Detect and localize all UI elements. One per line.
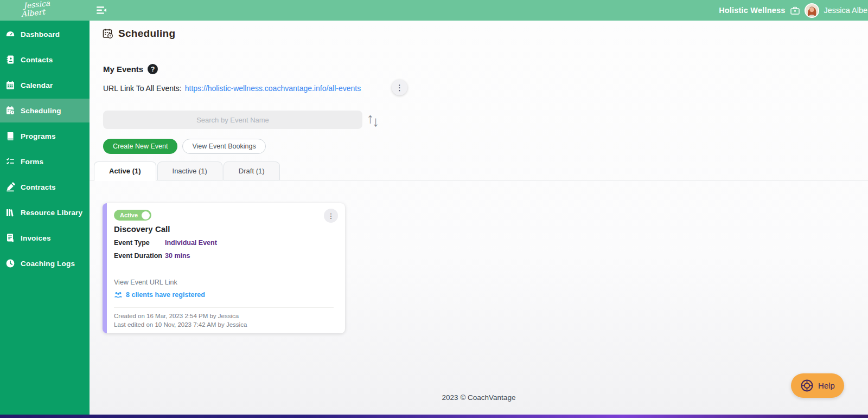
help-button-label: Help (818, 381, 835, 390)
sidebar-item-label: Coaching Logs (21, 260, 75, 268)
avatar-photo (806, 4, 818, 17)
app-root: Jessica Albert Holistic Wellness (0, 0, 868, 420)
book-icon (5, 131, 15, 141)
books-icon (5, 208, 15, 218)
workspace-name[interactable]: Holistic Wellness (719, 6, 785, 15)
sidebar-item-resource-library[interactable]: Resource Library (0, 201, 90, 224)
all-events-url-link[interactable]: https://holistic-wellness.coachvantage.i… (185, 84, 361, 93)
address-book-icon (5, 55, 15, 65)
clock-icon (5, 259, 15, 269)
event-card: Active ⋮ Discovery Call Event Type Indiv… (103, 203, 345, 333)
event-type-row: Event Type Individual Event (114, 239, 150, 247)
sidebar-nav: Dashboard Contacts Calendar Scheduling P (0, 21, 90, 415)
help-button[interactable]: Help (791, 373, 844, 398)
sidebar-item-calendar[interactable]: Calendar (0, 73, 90, 97)
event-type-value: Individual Event (165, 239, 217, 247)
all-events-url-row: URL Link To All Events: https://holistic… (103, 84, 361, 93)
card-divider (114, 307, 334, 308)
tab-inactive[interactable]: Inactive (1) (157, 161, 222, 180)
event-options-kebab-icon[interactable]: ⋮ (324, 209, 338, 223)
sidebar-item-label: Scheduling (21, 107, 61, 115)
hamburger-collapse-icon (96, 5, 108, 16)
created-on-text: Created on 16 Mar, 2023 2:54 PM by Jessi… (114, 313, 239, 319)
field-label: Event Duration (114, 252, 162, 260)
status-badge: Active (120, 212, 138, 218)
checklist-icon (5, 157, 15, 167)
scheduling-page-icon (103, 28, 113, 39)
gauge-icon (5, 29, 15, 40)
sidebar-item-label: Forms (21, 158, 43, 166)
search-row: ↑↓ (103, 111, 378, 129)
sidebar-item-contracts[interactable]: Contracts (0, 175, 90, 199)
footer-copyright: 2023 © CoachVantage (90, 393, 868, 402)
sort-down-icon: ↓ (372, 114, 378, 128)
tab-active[interactable]: Active (1) (94, 161, 156, 181)
sidebar-item-programs[interactable]: Programs (0, 124, 90, 148)
sort-up-icon: ↑ (367, 111, 372, 128)
registered-clients-text: 8 clients have registered (126, 291, 205, 299)
sidebar-item-label: Contacts (21, 56, 53, 64)
action-buttons-row: Create New Event View Event Bookings (103, 139, 266, 154)
sidebar-item-invoices[interactable]: Invoices (0, 226, 90, 250)
sidebar-item-forms[interactable]: Forms (0, 150, 90, 173)
briefcase-icon (790, 7, 800, 15)
sidebar-item-contacts[interactable]: Contacts (0, 48, 90, 72)
calendar-icon (5, 80, 15, 91)
sidebar-item-label: Resource Library (21, 209, 82, 217)
sidebar-item-scheduling[interactable]: Scheduling (0, 99, 90, 122)
logo-line-2: Albert (21, 7, 51, 18)
brand-logo[interactable]: Jessica Albert (23, 0, 52, 18)
top-bar: Jessica Albert Holistic Wellness (0, 0, 868, 21)
people-group-icon (114, 292, 123, 298)
sidebar-item-label: Invoices (21, 234, 51, 242)
user-name[interactable]: Jessica Albert (824, 6, 868, 15)
sidebar-item-label: Contracts (21, 183, 56, 191)
my-events-section-header: My Events ? (103, 64, 158, 74)
invoice-icon (5, 233, 15, 243)
event-search-input[interactable] (103, 111, 362, 129)
sidebar-collapse-icon[interactable] (96, 5, 108, 16)
event-active-toggle[interactable]: Active (114, 210, 151, 221)
event-title: Discovery Call (114, 224, 170, 234)
sidebar-item-label: Dashboard (21, 30, 60, 38)
main-content: Scheduling My Events ? URL Link To All E… (90, 21, 868, 415)
calendar-clock-icon (5, 106, 15, 116)
card-accent-bar (103, 203, 107, 333)
event-duration-row: Event Duration 30 mins (114, 252, 162, 260)
tab-draft[interactable]: Draft (1) (224, 161, 280, 180)
field-label: Event Type (114, 239, 150, 247)
page-title-row: Scheduling (103, 28, 175, 40)
life-ring-icon (800, 379, 814, 392)
view-event-url-link[interactable]: View Event URL Link (114, 279, 177, 286)
sort-toggle-icon[interactable]: ↑↓ (367, 111, 378, 128)
url-label: URL Link To All Events: (103, 84, 182, 93)
sidebar-item-label: Calendar (21, 81, 53, 89)
toggle-knob (142, 211, 150, 219)
topbar-right-group: Holistic Wellness Jessica Albert (719, 0, 868, 21)
event-status-tabs: Active (1) Inactive (1) Draft (1) (90, 161, 868, 180)
view-event-bookings-button[interactable]: View Event Bookings (182, 139, 265, 154)
sidebar-item-dashboard[interactable]: Dashboard (0, 22, 90, 46)
sidebar-item-label: Programs (21, 132, 56, 140)
pen-signature-icon (5, 182, 15, 192)
sidebar-item-coaching-logs[interactable]: Coaching Logs (0, 251, 90, 275)
bottom-accent-bar (0, 415, 868, 418)
last-edited-text: Last edited on 10 Nov, 2023 7:42 AM by J… (114, 321, 247, 328)
help-question-icon[interactable]: ? (148, 64, 158, 74)
section-title: My Events (103, 64, 143, 74)
create-new-event-button[interactable]: Create New Event (103, 139, 177, 154)
page-title: Scheduling (118, 28, 175, 40)
user-avatar[interactable] (805, 3, 819, 18)
registered-clients-link[interactable]: 8 clients have registered (114, 291, 205, 299)
url-options-kebab-icon[interactable]: ⋮ (392, 80, 407, 95)
event-duration-value: 30 mins (165, 252, 190, 260)
